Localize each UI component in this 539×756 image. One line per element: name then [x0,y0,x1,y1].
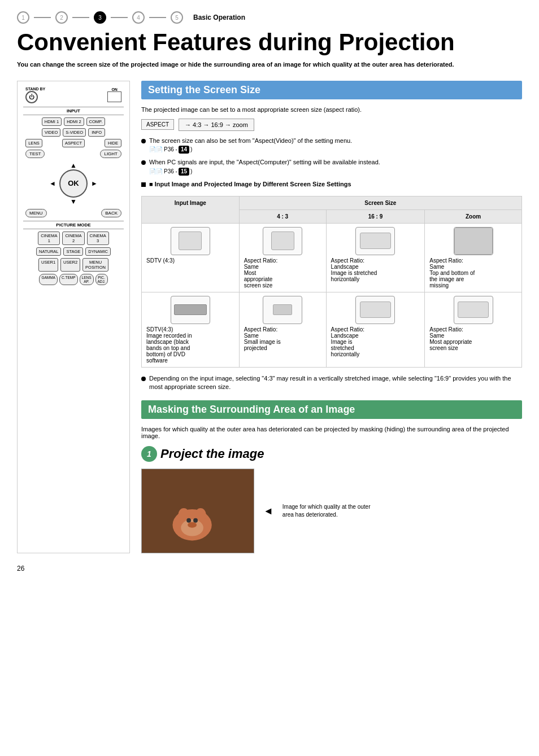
th-16-9: 16 : 9 [326,209,425,223]
bullet-text-1: The screen size can also be set from "As… [149,137,352,154]
row1-input: SDTV (4:3) [142,223,240,292]
step-3-active: 3 [94,11,106,24]
hdmi1-button[interactable]: HDMI 1 [42,117,62,126]
row1-43-preview [263,227,302,255]
image-area: ◄ Image for which quality at the outer a… [141,469,522,553]
row1-169-preview [355,227,395,255]
lens-ap-button[interactable]: LENSAP. [80,274,94,285]
ctemp-button[interactable]: C.TEMP [59,274,78,285]
step-line-4 [149,17,166,18]
cinema3-button[interactable]: CINEMA3 [87,231,109,245]
page-number: 26 [17,565,522,573]
on-button[interactable] [107,91,121,102]
up-arrow[interactable]: ▲ [70,161,77,169]
right-arrow[interactable]: ► [91,180,98,187]
light-button[interactable]: LIGHT [100,150,121,158]
row2-zoom-preview [454,296,493,324]
cinema1-button[interactable]: CINEMA1 [38,231,60,245]
step-4: 4 [132,11,145,24]
row2-cell-zoom: Aspect Ratio:SameMost appropriatescreen … [425,292,522,367]
step-circle-1: 1 [141,446,157,462]
lens-button[interactable]: LENS [25,139,42,147]
natural-button[interactable]: NATURAL [36,247,61,256]
bullet-dot-2 [141,160,146,165]
user1-button[interactable]: USER1 [38,258,58,272]
user2-button[interactable]: USER2 [60,258,80,272]
arrow-left-icon: ◄ [263,505,273,517]
back-button[interactable]: BACK [101,209,121,217]
video-button[interactable]: VIDEO [42,128,60,137]
main-layout: STAND BY ⏻ ON INPUT HDMI 1 HDMI 2 COMP. … [17,81,522,554]
nav-area: ▲ ◄ OK ► ▼ [23,161,124,206]
test-button[interactable]: TEST [25,150,45,158]
left-arrow[interactable]: ◄ [49,180,56,187]
page-title: Convenient Features during Projection [17,29,522,55]
content-panel: Setting the Screen Size The projected im… [141,81,522,554]
on-col: ON [107,88,121,102]
mode-row: NATURAL STAGE DYNAMIC [23,247,124,256]
table-heading-item: ■ Input Image and Projected Image by Dif… [141,180,522,189]
aspect-diagram: ASPECT → 4:3 → 16:9 → zoom [141,119,522,131]
step-2: 2 [55,11,68,24]
down-arrow[interactable]: ▼ [70,198,77,206]
ref-badge-14: 14 [179,146,189,154]
row2-169-preview [355,296,395,324]
menu-back-row: MENU BACK [23,209,124,217]
ratio-display: → 4:3 → 16:9 → zoom [179,119,254,131]
cinema2-button[interactable]: CINEMA2 [62,231,84,245]
aspect-button[interactable]: ASPECT [62,139,85,147]
row1-inner [179,231,202,251]
pic-adj-button[interactable]: PIC.ADJ. [95,274,108,285]
standby-label: STAND BY [25,87,45,91]
note-dot [141,377,146,381]
dynamic-button[interactable]: DYNAMIC [85,247,111,256]
svg-point-6 [193,518,198,523]
project-photo [141,469,254,553]
cinema-row: CINEMA1 CINEMA2 CINEMA3 [23,231,124,245]
row2-zoom-inner [458,301,488,318]
step-line-2 [72,17,89,18]
svg-point-5 [186,518,191,523]
screen-size-table: Input Image Screen Size 4 : 3 16 : 9 Zoo… [141,196,522,368]
gamma-button[interactable]: GAMMA [39,274,58,285]
th-4-3: 4 : 3 [239,209,326,223]
hdmi2-button[interactable]: HDMI 2 [64,117,84,126]
ok-button[interactable]: OK [59,169,88,198]
th-input-image: Input Image [142,196,240,223]
row1-43-inner [271,231,294,251]
row2-preview [171,296,210,324]
power-icon[interactable]: ⏻ [25,91,38,103]
svideo-button[interactable]: S-VIDEO [63,128,86,137]
row2-169-inner [360,301,390,318]
nav-middle-row: ◄ OK ► [49,169,98,198]
remote-control: STAND BY ⏻ ON INPUT HDMI 1 HDMI 2 COMP. … [17,81,130,554]
row2-cell-43: Aspect Ratio:SameSmall image isprojected [239,292,326,367]
menu-position-button[interactable]: MENUPOSITION [82,258,108,272]
step-line-3 [111,17,128,18]
row1-cell-43: Aspect Ratio:SameMostappropriatescreen s… [239,223,326,292]
table-heading: ■ Input Image and Projected Image by Dif… [149,180,351,189]
row1-preview [171,227,210,255]
bullet-square [141,182,146,187]
th-zoom: Zoom [425,209,522,223]
ref-1: 📄📄 P36 - 14 ) [149,146,192,154]
masking-description: Images for which quality at the outer ar… [141,426,522,439]
lens-aspect-hide-row: LENS ASPECT HIDE [23,139,124,147]
hdmi-row: HDMI 1 HDMI 2 COMP. [23,117,124,126]
comp-button[interactable]: COMP. [86,117,106,126]
stage-button[interactable]: STAGE [63,247,83,256]
step-title-text: Project the image [160,447,264,461]
power-row: STAND BY ⏻ ON [23,87,124,103]
note-bullet: Depending on the input image, selecting … [141,374,522,392]
bottom-row: GAMMA C.TEMP LENSAP. PIC.ADJ. [23,274,124,285]
video-row: VIDEO S-VIDEO INFO [23,128,124,137]
picture-mode-label: PICTURE MODE [23,221,124,229]
info-button[interactable]: INFO [88,128,105,137]
step-1: 1 [17,11,29,24]
row2-cell-169: Aspect Ratio:LandscapeImage isstretchedh… [326,292,425,367]
bullet-text-2: When PC signals are input, the "Aspect(C… [149,158,380,176]
menu-button[interactable]: MENU [25,209,47,217]
hide-button[interactable]: HIDE [105,139,121,147]
aspect-button-display[interactable]: ASPECT [141,119,174,130]
table-row-2: SDTV(4:3)Image recorded inlandscape (bla… [142,292,522,367]
